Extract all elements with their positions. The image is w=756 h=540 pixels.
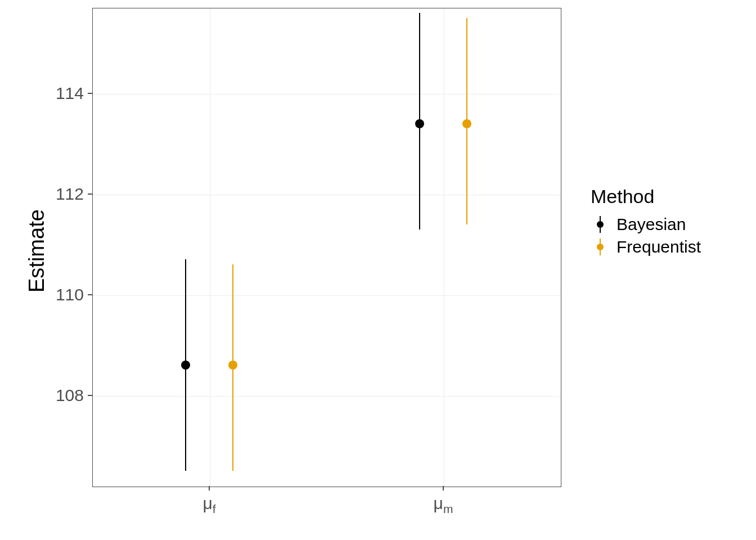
grid-line-h	[93, 94, 561, 94]
grid-line-h	[93, 295, 561, 296]
data-point	[415, 119, 424, 128]
y-tick-label: 114	[53, 84, 84, 103]
grid-line-h	[93, 195, 561, 195]
y-tick-label: 112	[53, 184, 84, 204]
legend-key-icon	[591, 237, 610, 256]
y-axis-label: Estimate	[25, 209, 49, 292]
x-tick-label: μf	[202, 494, 215, 516]
y-tick-mark	[88, 194, 92, 195]
legend-key-icon	[591, 215, 610, 234]
y-tick-mark	[88, 294, 92, 295]
legend-item: Bayesian	[591, 213, 701, 236]
plot-panel	[92, 8, 561, 487]
x-tick-mark	[443, 486, 444, 490]
grid-line-v	[210, 8, 210, 487]
legend-label: Frequentist	[616, 237, 701, 256]
grid-line-h	[93, 396, 561, 397]
legend: Method BayesianFrequentist	[591, 186, 701, 258]
x-tick-label: μm	[434, 494, 453, 516]
x-tick-mark	[209, 486, 210, 490]
data-point	[181, 361, 190, 370]
grid-line-v	[444, 8, 444, 487]
y-tick-label: 110	[53, 285, 84, 304]
data-point	[228, 361, 237, 370]
y-tick-mark	[88, 93, 92, 94]
legend-item: Frequentist	[591, 236, 701, 258]
chart-figure: Estimate Method BayesianFrequentist 1081…	[0, 0, 756, 540]
y-tick-label: 108	[53, 386, 84, 405]
legend-label: Bayesian	[616, 215, 686, 234]
y-tick-mark	[88, 395, 92, 396]
legend-title: Method	[591, 186, 701, 208]
data-point	[462, 119, 471, 128]
